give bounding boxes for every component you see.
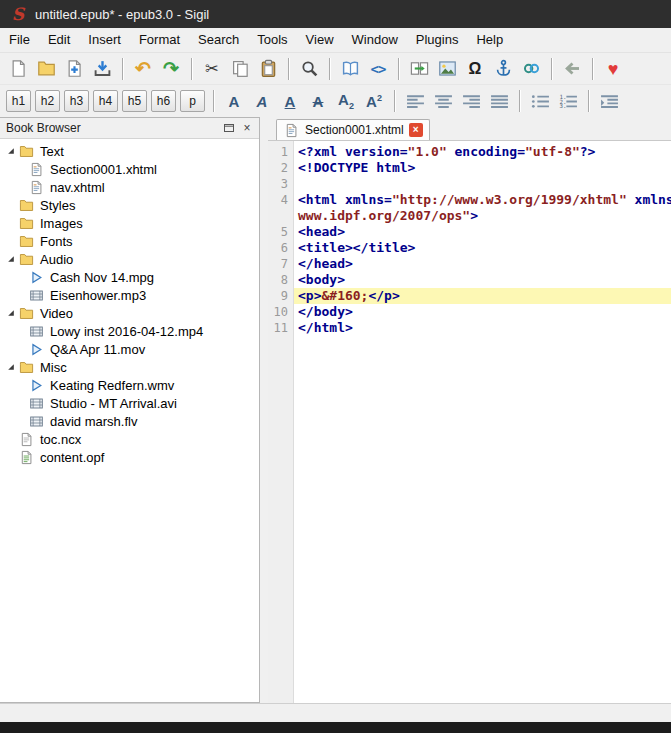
tree-folder-styles[interactable]: Styles [0,196,259,214]
save-button[interactable] [89,56,115,82]
tree-folder-text[interactable]: Text [0,142,259,160]
book-view-button[interactable] [337,56,363,82]
insert-id-button[interactable] [490,56,516,82]
tree-folder-audio[interactable]: Audio [0,250,259,268]
code-line-wrap[interactable]: www.idpf.org/2007/ops"> [294,208,671,224]
menu-search[interactable]: Search [189,28,248,52]
code-segment: <title></title> [298,240,415,255]
indent-icon [600,92,619,111]
tree-item-nav-xhtml[interactable]: nav.xhtml [0,178,259,196]
float-icon [223,122,235,134]
code-line-8[interactable]: <body> [294,272,671,288]
heading-1-button[interactable]: h1 [6,90,31,112]
code-line-2[interactable]: <!DOCTYPE html> [294,160,671,176]
tree-item-studio-mt-arrival-avi[interactable]: Studio - MT Arrival.avi [0,394,259,412]
menu-plugins[interactable]: Plugins [407,28,468,52]
align-justify-button[interactable] [486,88,512,114]
heading-3-button[interactable]: h3 [64,90,89,112]
open-file-button[interactable] [33,56,59,82]
media-play-icon [28,377,45,393]
tree-item-lowy-inst-2016-04-12-mp4[interactable]: Lowy inst 2016-04-12.mp4 [0,322,259,340]
align-right-button[interactable] [458,88,484,114]
add-existing-files-button[interactable] [61,56,87,82]
code-line-11[interactable]: </html> [294,320,671,336]
new-file-button[interactable] [5,56,31,82]
tree-folder-fonts[interactable]: Fonts [0,232,259,250]
redo-button[interactable]: ↷ [158,56,184,82]
donate-button[interactable]: ♥ [600,56,626,82]
heading-5-button[interactable]: h5 [122,90,147,112]
bulleted-list-button[interactable] [527,88,553,114]
heading-4-button[interactable]: h4 [93,90,118,112]
code-line-7[interactable]: </head> [294,256,671,272]
numbered-list-button[interactable]: 1.2.3. [555,88,581,114]
menu-edit[interactable]: Edit [39,28,79,52]
tree-item-q-a-apr-11-mov[interactable]: Q&A Apr 11.mov [0,340,259,358]
folder-icon [18,233,35,249]
underline-button[interactable]: A [277,88,303,114]
back-button[interactable] [559,56,585,82]
float-panel-button[interactable] [221,120,237,136]
menu-help[interactable]: Help [467,28,512,52]
tree-item-david-marsh-flv[interactable]: david marsh.flv [0,412,259,430]
superscript-button[interactable]: A2 [361,88,387,114]
code-line-3[interactable] [294,176,671,192]
panel-splitter[interactable] [260,117,268,703]
bold-button[interactable]: A [221,88,247,114]
tree-item-eisenhower-mp3[interactable]: Eisenhower.mp3 [0,286,259,304]
tab-close-button[interactable]: × [409,123,423,137]
menu-insert[interactable]: Insert [79,28,130,52]
menu-view[interactable]: View [297,28,343,52]
insert-link-button[interactable] [518,56,544,82]
tree-item-keating-redfern-wmv[interactable]: Keating Redfern.wmv [0,376,259,394]
undo-button[interactable]: ↶ [130,56,156,82]
expand-arrow-icon[interactable] [4,144,18,158]
menu-format[interactable]: Format [130,28,189,52]
tree-item-section0001-xhtml[interactable]: Section0001.xhtml [0,160,259,178]
code-line-9[interactable]: <p>&#160;</p> [294,288,671,304]
tree-folder-video[interactable]: Video [0,304,259,322]
split-at-cursor-button[interactable] [406,56,432,82]
menu-tools[interactable]: Tools [248,28,296,52]
code-line-4[interactable]: <html xmlns="http://www.w3.org/1999/xhtm… [294,192,671,208]
tree-item-label: Cash Nov 14.mpg [50,270,154,285]
code-line-5[interactable]: <head> [294,224,671,240]
image-icon [438,59,457,78]
title-bar[interactable]: S untitled.epub* - epub3.0 - Sigil [0,0,671,28]
code-view-button[interactable]: <> [365,56,391,82]
tree-folder-images[interactable]: Images [0,214,259,232]
insert-special-character-button[interactable]: Ω [462,56,488,82]
menu-file[interactable]: File [0,28,39,52]
insert-file-button[interactable] [434,56,460,82]
close-panel-button[interactable]: × [239,120,255,136]
tab-section0001[interactable]: Section0001.xhtml × [276,119,430,140]
expand-arrow-icon[interactable] [4,360,18,374]
italic-button[interactable]: A [249,88,275,114]
code-line-1[interactable]: <?xml version="1.0" encoding="utf-8"?> [294,144,671,160]
code-segment: <?xml version= [298,144,408,159]
tree-folder-misc[interactable]: Misc [0,358,259,376]
strikethrough-button[interactable]: A [305,88,331,114]
heading-6-button[interactable]: h6 [151,90,176,112]
code-line-6[interactable]: <title></title> [294,240,671,256]
copy-button[interactable] [227,56,253,82]
tree-item-toc-ncx[interactable]: toc.ncx [0,430,259,448]
cut-button[interactable]: ✂ [199,56,225,82]
code-editor[interactable]: <?xml version="1.0" encoding="utf-8"?><!… [294,141,671,703]
expand-arrow-icon[interactable] [4,252,18,266]
subscript-button[interactable]: A2 [333,88,359,114]
menu-window[interactable]: Window [343,28,407,52]
indent-button[interactable] [596,88,622,114]
find-replace-button[interactable] [296,56,322,82]
tree-item-cash-nov-14-mpg[interactable]: Cash Nov 14.mpg [0,268,259,286]
paragraph-button[interactable]: p [180,90,205,112]
align-center-button[interactable] [430,88,456,114]
tree-item-content-opf[interactable]: content.opf [0,448,259,466]
paste-button[interactable] [255,56,281,82]
close-icon: × [243,122,250,134]
media-film-icon [28,323,45,339]
align-left-button[interactable] [402,88,428,114]
code-line-10[interactable]: </body> [294,304,671,320]
heading-2-button[interactable]: h2 [35,90,60,112]
expand-arrow-icon[interactable] [4,306,18,320]
